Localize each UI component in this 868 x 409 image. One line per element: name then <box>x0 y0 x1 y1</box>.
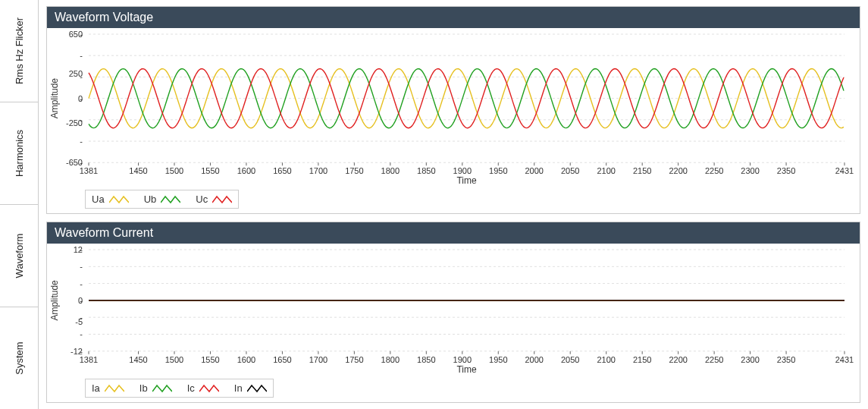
svg-text:650: 650 <box>69 30 83 39</box>
legend-label: Ib <box>139 382 148 394</box>
legend-item-ub[interactable]: Ub <box>144 193 181 205</box>
sidebar-tab-rms[interactable]: Rms Hz Flicker <box>0 0 38 102</box>
svg-text:1450: 1450 <box>129 355 147 364</box>
svg-text:1800: 1800 <box>381 166 400 175</box>
svg-text:2200: 2200 <box>669 166 687 175</box>
svg-text:1950: 1950 <box>489 166 507 175</box>
sidebar: Rms Hz Flicker Harmonics Waveform System <box>0 0 39 409</box>
wave-icon <box>152 384 172 393</box>
legend-item-ic[interactable]: Ic <box>187 382 219 394</box>
legend-item-ia[interactable]: Ia <box>92 382 124 394</box>
svg-text:1550: 1550 <box>201 166 219 175</box>
svg-text:2431: 2431 <box>835 355 854 364</box>
svg-text:Time: Time <box>456 364 477 375</box>
svg-text:2100: 2100 <box>597 166 615 175</box>
sidebar-tab-waveform[interactable]: Waveform <box>0 205 38 307</box>
svg-text:1700: 1700 <box>309 355 327 364</box>
wave-icon <box>105 384 124 393</box>
legend-item-ua[interactable]: Ua <box>92 193 129 205</box>
svg-text:1500: 1500 <box>165 355 183 364</box>
svg-text:2300: 2300 <box>741 355 759 364</box>
legend-label: Uc <box>196 193 208 205</box>
svg-text:2350: 2350 <box>777 355 795 364</box>
panel-title-voltage: Waveform Voltage <box>47 7 860 28</box>
svg-text:1600: 1600 <box>237 355 255 364</box>
wave-icon <box>212 195 232 204</box>
sidebar-tab-harmonics[interactable]: Harmonics <box>0 102 38 205</box>
legend-label: In <box>234 382 243 394</box>
svg-text:-5: -5 <box>75 317 83 326</box>
panel-voltage: Waveform Voltage --------650-25002506501… <box>46 6 860 214</box>
svg-text:-: - <box>80 137 83 146</box>
svg-text:1650: 1650 <box>273 355 291 364</box>
legend-item-ib[interactable]: Ib <box>139 382 172 394</box>
svg-text:1900: 1900 <box>453 355 472 364</box>
sidebar-tab-label: Harmonics <box>14 130 25 177</box>
chart-voltage[interactable]: --------650-2500250650138114501500155016… <box>47 28 860 187</box>
svg-text:2300: 2300 <box>741 166 759 175</box>
sidebar-tab-label: Waveform <box>14 234 25 278</box>
svg-text:1900: 1900 <box>453 166 472 175</box>
sidebar-tab-label: System <box>14 341 25 374</box>
svg-text:Time: Time <box>456 175 477 186</box>
svg-text:1550: 1550 <box>201 355 219 364</box>
sidebar-tab-system[interactable]: System <box>0 307 38 409</box>
svg-text:2050: 2050 <box>561 166 579 175</box>
legend-label: Ic <box>187 382 195 394</box>
svg-text:-: - <box>80 279 83 288</box>
svg-text:-: - <box>80 263 83 272</box>
panel-current: Waveform Current --------12-501213811450… <box>46 222 860 403</box>
svg-text:1750: 1750 <box>345 166 363 175</box>
svg-text:1381: 1381 <box>80 166 98 175</box>
svg-text:2250: 2250 <box>705 355 723 364</box>
panel-title-current: Waveform Current <box>47 222 860 244</box>
legend-label: Ub <box>144 193 157 205</box>
legend-current: Ia Ib Ic In <box>85 379 274 398</box>
legend-item-uc[interactable]: Uc <box>196 193 232 205</box>
svg-text:1750: 1750 <box>345 355 363 364</box>
svg-text:2350: 2350 <box>777 166 795 175</box>
sidebar-tab-label: Rms Hz Flicker <box>14 17 25 84</box>
app-root: Rms Hz Flicker Harmonics Waveform System… <box>0 0 868 409</box>
svg-text:1500: 1500 <box>165 166 183 175</box>
svg-text:2000: 2000 <box>525 166 544 175</box>
svg-text:2200: 2200 <box>669 355 687 364</box>
wave-icon <box>247 384 267 393</box>
legend-item-in[interactable]: In <box>234 382 267 394</box>
svg-text:1850: 1850 <box>417 355 435 364</box>
svg-text:Amplitude: Amplitude <box>49 78 60 119</box>
svg-text:0: 0 <box>78 296 83 305</box>
svg-text:Amplitude: Amplitude <box>49 280 60 321</box>
svg-text:-: - <box>80 330 83 339</box>
wave-icon <box>199 384 219 393</box>
legend-voltage: Ua Ub Uc <box>85 190 239 209</box>
svg-text:0: 0 <box>78 94 83 103</box>
svg-text:12: 12 <box>74 245 83 254</box>
svg-text:1850: 1850 <box>417 166 435 175</box>
svg-text:2150: 2150 <box>633 355 651 364</box>
wave-icon <box>109 195 129 204</box>
chart-current[interactable]: --------12-50121381145015001550160016501… <box>47 244 860 376</box>
svg-text:250: 250 <box>69 69 83 78</box>
svg-text:1950: 1950 <box>489 355 507 364</box>
svg-text:2100: 2100 <box>597 355 615 364</box>
svg-text:2431: 2431 <box>835 166 854 175</box>
svg-text:2000: 2000 <box>525 355 544 364</box>
svg-text:1381: 1381 <box>80 355 98 364</box>
svg-text:2150: 2150 <box>633 166 651 175</box>
svg-text:1600: 1600 <box>237 166 255 175</box>
legend-label: Ia <box>92 382 100 394</box>
svg-text:1800: 1800 <box>381 355 400 364</box>
svg-text:1650: 1650 <box>273 166 291 175</box>
svg-text:1450: 1450 <box>129 166 147 175</box>
svg-text:-: - <box>80 51 83 60</box>
svg-text:-250: -250 <box>66 118 83 127</box>
svg-text:1700: 1700 <box>309 166 327 175</box>
main-content: Waveform Voltage --------650-25002506501… <box>39 0 868 409</box>
svg-text:2050: 2050 <box>561 355 579 364</box>
wave-icon <box>161 195 180 204</box>
svg-text:2250: 2250 <box>705 166 723 175</box>
legend-label: Ua <box>92 193 105 205</box>
